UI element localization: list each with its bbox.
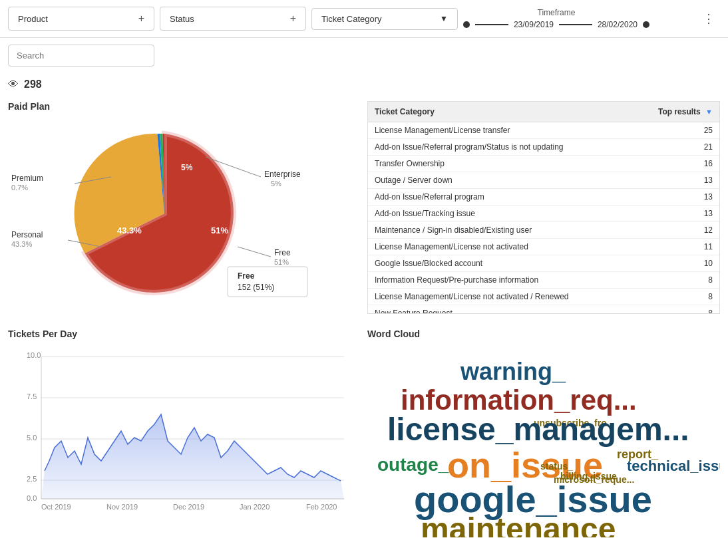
category-cell: Google Issue/Blocked account — [368, 255, 633, 272]
personal-label: Personal — [11, 230, 43, 239]
search-bar — [0, 38, 728, 73]
svg-text:152 (51%): 152 (51%) — [238, 283, 274, 292]
svg-text:Oct 2019: Oct 2019 — [41, 503, 71, 511]
svg-text:7.5: 7.5 — [27, 392, 37, 400]
category-cell: Add-on Issue/Referral program/Status is … — [368, 139, 633, 156]
free-pct: 51% — [211, 225, 228, 235]
value-cell: 8 — [633, 305, 719, 315]
table-row: Maintenance / Sign-in disabled/Existing … — [368, 222, 719, 239]
more-options-button[interactable]: ⋮ — [697, 9, 720, 29]
table-row: Add-on Issue/Referral program/Status is … — [368, 139, 719, 156]
value-cell: 25 — [633, 122, 719, 139]
svg-text:Free: Free — [238, 271, 255, 281]
category-cell: License Management/License not activated… — [368, 289, 633, 305]
word-cloud-word: maintenance — [421, 511, 616, 537]
table-row: License Management/License transfer25 — [368, 122, 719, 139]
word-cloud-word: technical_issue — [627, 458, 720, 475]
svg-line-6 — [238, 247, 271, 257]
svg-text:Jan 2020: Jan 2020 — [240, 503, 270, 511]
svg-text:Feb 2020: Feb 2020 — [306, 503, 337, 511]
chevron-down-icon: ▼ — [440, 14, 448, 23]
value-cell: 8 — [633, 272, 719, 289]
timeframe-line — [475, 24, 508, 25]
ticket-table: Ticket Category Top results ▼ License Ma… — [368, 102, 719, 314]
table-row: Transfer Ownership16 — [368, 156, 719, 172]
svg-text:51%: 51% — [274, 258, 289, 266]
timeframe-start: 23/09/2019 — [514, 20, 554, 29]
enterprise-label: Enterprise — [264, 170, 301, 179]
table-row: License Management/License not activated… — [368, 289, 719, 305]
bottom-content: Tickets Per Day 10.0 7.5 5.0 2.5 0.0 — [0, 329, 728, 545]
count-value: 298 — [24, 78, 42, 90]
ticket-table-wrapper[interactable]: Ticket Category Top results ▼ License Ma… — [367, 101, 720, 314]
word-cloud-word: outage_ — [377, 454, 449, 476]
value-cell: 13 — [633, 206, 719, 222]
bottom-right: Word Cloud warning_information_req...uns… — [367, 329, 720, 537]
free-label: Free — [274, 248, 291, 257]
col-results[interactable]: Top results ▼ — [633, 102, 719, 122]
word-cloud-title: Word Cloud — [367, 329, 720, 339]
timeframe-end: 28/02/2020 — [598, 20, 637, 29]
timeframe-range[interactable]: 23/09/2019 28/02/2020 — [463, 20, 649, 29]
personal-pct: 43.3% — [117, 225, 142, 235]
timeframe-end-dot — [643, 21, 649, 28]
svg-text:Nov 2019: Nov 2019 — [106, 503, 138, 511]
enterprise-pct: 5% — [181, 163, 193, 172]
word-cloud: warning_information_req...unsubscribe_fr… — [367, 345, 720, 537]
ticket-category-label: Ticket Category — [321, 14, 382, 24]
table-row: License Management/License not activated… — [368, 239, 719, 255]
category-cell: License Management/License transfer — [368, 122, 633, 139]
col-category[interactable]: Ticket Category — [368, 102, 633, 122]
value-cell: 13 — [633, 189, 719, 206]
pie-chart-container: Premium 0.7% Personal 43.3% Enterprise 5… — [8, 117, 327, 323]
svg-text:10.0: 10.0 — [27, 351, 41, 359]
line-chart-svg: 10.0 7.5 5.0 2.5 0.0 — [8, 345, 347, 517]
word-cloud-word: warning_ — [460, 358, 566, 386]
timeframe-line2 — [559, 24, 592, 25]
value-cell: 11 — [633, 239, 719, 255]
bottom-left: Tickets Per Day 10.0 7.5 5.0 2.5 0.0 — [8, 329, 354, 537]
svg-text:5%: 5% — [271, 180, 281, 188]
svg-text:Dec 2019: Dec 2019 — [173, 503, 204, 511]
table-row: New Feature Request8 — [368, 305, 719, 315]
table-row: Google Issue/Blocked account10 — [368, 255, 719, 272]
filter-icon[interactable]: ▼ — [705, 108, 713, 116]
word-cloud-word: license_managem... — [387, 411, 689, 448]
status-filter[interactable]: Status + — [160, 7, 306, 31]
eye-icon: 👁 — [8, 78, 19, 90]
value-cell: 8 — [633, 289, 719, 305]
chart-area — [41, 414, 344, 499]
category-cell: Transfer Ownership — [368, 156, 633, 172]
category-cell: Information Request/Pre-purchase informa… — [368, 272, 633, 289]
count-row: 👁 298 — [0, 73, 728, 96]
timeframe-start-dot — [463, 21, 470, 28]
status-label: Status — [170, 14, 194, 24]
value-cell: 16 — [633, 156, 719, 172]
category-cell: Add-on Issue/Referral program — [368, 189, 633, 206]
value-cell: 13 — [633, 172, 719, 189]
right-panel: Ticket Category Top results ▼ License Ma… — [367, 101, 720, 323]
product-add-icon[interactable]: + — [138, 13, 144, 25]
svg-text:43.3%: 43.3% — [11, 240, 32, 248]
search-input[interactable] — [8, 45, 154, 67]
category-cell: License Management/License not activated — [368, 239, 633, 255]
paid-plan-title: Paid Plan — [8, 101, 354, 112]
status-add-icon[interactable]: + — [290, 13, 296, 25]
table-row: Add-on Issue/Tracking issue13 — [368, 206, 719, 222]
header: Product + Status + Ticket Category ▼ Tim… — [0, 0, 728, 38]
value-cell: 12 — [633, 222, 719, 239]
category-cell: New Feature Request — [368, 305, 633, 315]
svg-text:0.7%: 0.7% — [11, 184, 28, 192]
category-cell: Outage / Server down — [368, 172, 633, 189]
svg-text:0.0: 0.0 — [27, 494, 37, 502]
svg-text:5.0: 5.0 — [27, 434, 37, 442]
table-row: Add-on Issue/Referral program13 — [368, 189, 719, 206]
timeframe-label: Timeframe — [538, 8, 576, 17]
product-filter[interactable]: Product + — [8, 7, 154, 31]
ticket-category-filter[interactable]: Ticket Category ▼ — [311, 8, 458, 30]
tickets-per-day-title: Tickets Per Day — [8, 329, 354, 339]
value-cell: 21 — [633, 139, 719, 156]
left-panel: Paid Plan — [8, 101, 354, 323]
word-cloud-word: status_ — [540, 461, 573, 472]
table-row: Outage / Server down13 — [368, 172, 719, 189]
